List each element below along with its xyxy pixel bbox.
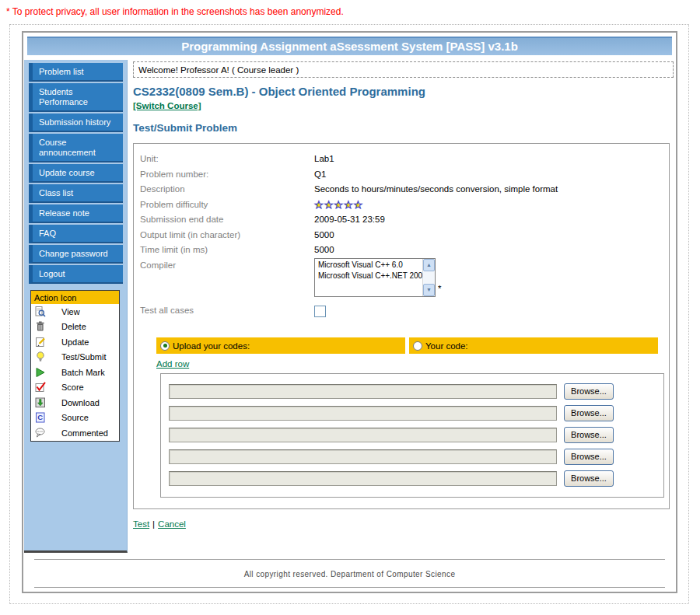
browse-button[interactable]: Browse... xyxy=(564,470,614,487)
sidebar-item-course-announcement[interactable]: Course announcement xyxy=(29,134,123,162)
view-icon xyxy=(35,306,46,317)
file-path-input[interactable] xyxy=(169,471,557,486)
compiler-option[interactable]: Microsoft Visual C++ 6.0 xyxy=(315,260,422,271)
description-value: Seconds to hours/minutes/seconds convers… xyxy=(314,182,558,197)
legend-label: Delete xyxy=(61,322,86,331)
compiler-option[interactable]: Microsoft Visual C++.NET 2005 xyxy=(315,271,422,281)
sidebar-item-submission-history[interactable]: Submission history xyxy=(29,114,123,132)
commented-icon xyxy=(35,428,46,439)
browse-button[interactable]: Browse... xyxy=(564,449,614,465)
switch-course-link[interactable]: [Switch Course] xyxy=(133,101,201,110)
compiler-label: Compiler xyxy=(140,258,314,297)
link-separator: | xyxy=(152,519,155,529)
page-title: Test/Submit Problem xyxy=(133,122,674,134)
file-path-input[interactable] xyxy=(169,449,557,464)
your-code-label: Your code: xyxy=(425,341,468,351)
sidebar-item-release-note[interactable]: Release note xyxy=(29,204,123,223)
app-header: Programming Assignment aSsessment System… xyxy=(27,37,672,55)
legend-label: Update xyxy=(61,337,89,347)
unit-label: Unit: xyxy=(140,152,314,167)
copyright-text: All copyright reserved. Department of Co… xyxy=(244,570,456,578)
page-outer: Programming Assignment aSsessment System… xyxy=(9,24,689,604)
legend-label: Commented xyxy=(61,428,108,438)
form-actions: Test|Cancel xyxy=(133,519,674,529)
sidebar-item-logout[interactable]: Logout xyxy=(29,265,123,284)
difficulty-label: Problem difficulty xyxy=(140,197,314,213)
test-link[interactable]: Test xyxy=(133,519,149,529)
cancel-link[interactable]: Cancel xyxy=(158,519,186,529)
test-all-cases-value xyxy=(314,303,326,323)
legend-row: Update xyxy=(31,334,119,350)
download-icon xyxy=(35,397,46,408)
form-row-unit: Unit: Lab1 xyxy=(140,152,669,167)
scroll-down-icon[interactable]: ▼ xyxy=(423,284,435,296)
action-icon-legend: Action Icon View Delete xyxy=(30,290,120,442)
legend-label: Source xyxy=(61,413,89,422)
upload-codes-label: Upload your codes: xyxy=(173,341,250,351)
your-code-option[interactable]: Your code: xyxy=(409,337,658,354)
file-upload-row: Browse... xyxy=(169,448,656,465)
legend-row: Score xyxy=(31,380,119,396)
compiler-listbox-wrap: Microsoft Visual C++ 6.0 Microsoft Visua… xyxy=(314,258,441,297)
score-icon xyxy=(35,382,46,393)
listbox-scrollbar[interactable]: ▲ ▼ xyxy=(422,259,435,296)
add-row-link[interactable]: Add row xyxy=(156,359,189,369)
description-label: Description xyxy=(140,182,314,197)
course-title: CS2332(0809 Sem.B) - Object Oriented Pro… xyxy=(133,85,674,98)
legend-row: C Source xyxy=(31,411,119,426)
file-upload-row: Browse... xyxy=(169,470,656,487)
sidebar-menu: Problem list Students Performance Submis… xyxy=(24,63,127,284)
form-row-difficulty: Problem difficulty ★★★★★ xyxy=(140,197,669,213)
time-limit-label: Time limit (in ms) xyxy=(140,243,314,258)
test-all-cases-checkbox[interactable] xyxy=(314,306,326,317)
legend-row: Commented xyxy=(31,425,119,441)
upload-codes-option[interactable]: Upload your codes: xyxy=(156,337,405,354)
problem-number-label: Problem number: xyxy=(140,167,314,183)
file-path-input[interactable] xyxy=(169,406,557,421)
file-upload-row: Browse... xyxy=(169,383,656,400)
upload-section: Upload your codes: Your code: Add row xyxy=(156,337,658,498)
legend-label: Batch Mark xyxy=(61,368,105,377)
form-row-end-date: Submission end date 2009-05-31 23:59 xyxy=(140,212,669,228)
file-path-input[interactable] xyxy=(169,428,557,442)
browse-button[interactable]: Browse... xyxy=(564,427,614,443)
welcome-banner: Welcome! Professor A! ( Course leader ) xyxy=(133,61,674,78)
sidebar-item-class-list[interactable]: Class list xyxy=(29,184,123,203)
form-row-time-limit: Time limit (in ms) 5000 xyxy=(140,243,669,258)
sidebar-item-problem-list[interactable]: Problem list xyxy=(29,63,123,82)
your-code-radio[interactable] xyxy=(413,341,422,351)
sidebar-item-faq[interactable]: FAQ xyxy=(29,225,123,243)
file-upload-row: Browse... xyxy=(169,426,656,443)
test-submit-icon xyxy=(35,351,46,362)
form-row-compiler: Compiler Microsoft Visual C++ 6.0 Micros… xyxy=(140,258,669,297)
legend-row: Test/Submit xyxy=(31,350,119,365)
compiler-listbox[interactable]: Microsoft Visual C++ 6.0 Microsoft Visua… xyxy=(314,258,436,297)
legend-row: View xyxy=(31,304,119,320)
legend-label: Download xyxy=(61,398,100,407)
browse-button[interactable]: Browse... xyxy=(564,405,614,421)
app-frame: Programming Assignment aSsessment System… xyxy=(22,31,677,593)
legend-row: Delete xyxy=(31,320,119,335)
problem-form: Unit: Lab1 Problem number: Q1 Descriptio… xyxy=(133,143,670,509)
legend-label: View xyxy=(61,307,80,316)
browse-button[interactable]: Browse... xyxy=(564,383,614,400)
file-path-input[interactable] xyxy=(169,384,557,399)
form-row-problem-number: Problem number: Q1 xyxy=(140,167,669,183)
sidebar-item-students-performance[interactable]: Students Performance xyxy=(29,83,123,112)
scroll-up-icon[interactable]: ▲ xyxy=(423,259,435,271)
upload-codes-radio[interactable] xyxy=(160,341,170,351)
app-title: Programming Assignment aSsessment System… xyxy=(181,40,518,53)
sidebar-item-change-password[interactable]: Change password xyxy=(29,245,123,264)
legend-title: Action Icon xyxy=(31,291,119,304)
compiler-options: Microsoft Visual C++ 6.0 Microsoft Visua… xyxy=(315,259,422,296)
end-date-value: 2009-05-31 23:59 xyxy=(314,212,385,228)
time-limit-value: 5000 xyxy=(314,243,334,258)
sidebar-item-update-course[interactable]: Update course xyxy=(29,164,123,183)
main-content: Welcome! Professor A! ( Course leader ) … xyxy=(128,60,676,553)
delete-icon xyxy=(35,321,46,332)
privacy-note: * To protect privacy, all user informati… xyxy=(6,6,344,17)
source-icon: C xyxy=(35,412,46,423)
legend-row: Download xyxy=(31,395,119,411)
form-row-test-all-cases: Test all cases xyxy=(140,303,669,323)
upload-mode-bar: Upload your codes: Your code: xyxy=(156,337,658,354)
